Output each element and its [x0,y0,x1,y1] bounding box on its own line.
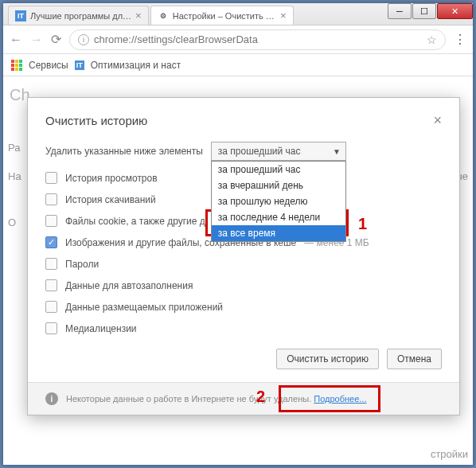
tab-title: Лучшие программы дл… [30,11,131,21]
info-text: Некоторые данные о работе в Интернете не… [66,394,314,404]
reload-icon[interactable]: ⟳ [51,32,61,47]
site-info-icon[interactable]: i [78,34,89,45]
address-bar[interactable]: i chrome://settings/clearBrowserData ☆ [69,29,446,50]
clear-history-button[interactable]: Очистить историю [276,349,379,369]
time-range-select[interactable]: за прошедший час ▼ за прошедший час за в… [211,142,346,161]
checkbox-icon [45,172,57,184]
menu-icon[interactable]: ⋮ [454,32,466,47]
option-yesterday[interactable]: за вчерашний день [212,177,345,193]
option-all-time[interactable]: за все время [212,225,345,241]
dialog-subtitle: Удалить указанные ниже элементы [45,146,203,157]
back-icon[interactable]: ← [10,33,22,47]
time-range-dropdown: за прошедший час за вчерашний день за пр… [211,161,346,242]
checkbox-checked-icon: ✓ [45,236,57,248]
dialog-title: Очистить историю [45,114,147,127]
check-hosted-apps[interactable]: Данные размещаемых приложений [45,301,442,313]
checkbox-icon [45,193,57,205]
check-passwords[interactable]: Пароли [45,258,442,270]
option-past-week[interactable]: за прошлую неделю [212,193,345,209]
bookmark-star-icon[interactable]: ☆ [427,33,437,46]
bookmarks-bar: Сервисы IT Оптимизация и наст [3,54,473,76]
minimize-button[interactable]: ─ [388,3,412,19]
browser-toolbar: ← → ⟳ i chrome://settings/clearBrowserDa… [3,25,473,54]
info-icon: i [45,392,58,405]
option-past-hour[interactable]: за прошедший час [212,162,345,177]
apps-grid-icon[interactable] [11,60,22,71]
chevron-down-icon: ▼ [333,147,341,156]
window-controls: ─ ☐ ✕ [387,3,473,25]
checkbox-icon [45,258,57,270]
tab-title: Настройки – Очистить и… [173,11,276,21]
url-text: chrome://settings/clearBrowserData [94,33,427,45]
select-value: за прошедший час [218,146,301,157]
cancel-button[interactable]: Отмена [387,349,442,369]
tab-close-icon[interactable]: × [135,10,142,21]
checkbox-icon [45,322,57,334]
favicon-it-icon: IT [75,60,84,70]
gear-icon: ⚙ [158,10,169,21]
checkbox-icon [45,301,57,313]
maximize-button[interactable]: ☐ [412,3,436,19]
bg-text: стройки [431,448,468,460]
bg-text: Ра [8,142,20,154]
favicon-it-icon: IT [15,10,26,21]
browser-tab-active[interactable]: ⚙ Настройки – Очистить и… × [150,6,294,25]
learn-more-link[interactable]: Подробнее... [314,394,366,404]
annotation-number-2: 2 [256,388,265,406]
dialog-info-bar: i Некоторые данные о работе в Интернете … [28,382,459,415]
browser-tab[interactable]: IT Лучшие программы дл… × [8,6,149,25]
clear-history-dialog: Очистить историю × Удалить указанные ниж… [27,97,460,415]
option-4-weeks[interactable]: за последние 4 недели [212,209,345,225]
window-close-button[interactable]: ✕ [437,3,473,19]
forward-icon[interactable]: → [30,33,43,47]
titlebar: IT Лучшие программы дл… × ⚙ Настройки – … [3,3,473,25]
checkbox-icon [45,215,57,227]
bookmark-services[interactable]: Сервисы [29,60,68,71]
annotation-number-1: 1 [358,215,367,233]
tab-close-icon[interactable]: × [280,10,287,21]
check-media-licenses[interactable]: Медиалицензии [45,322,442,334]
bookmark-optimization[interactable]: Оптимизация и наст [91,60,181,71]
tab-strip: IT Лучшие программы дл… × ⚙ Настройки – … [3,3,387,25]
check-autofill[interactable]: Данные для автозаполнения [45,279,442,291]
checkbox-icon [45,279,57,291]
bg-text: О [8,216,16,228]
close-icon[interactable]: × [433,112,442,129]
bg-text: На [8,170,21,182]
